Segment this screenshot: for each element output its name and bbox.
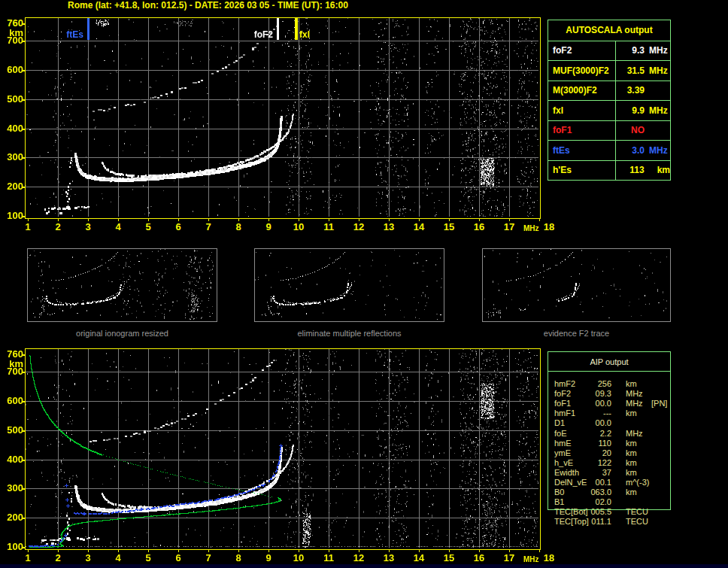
aip-param-value: 063.0 xyxy=(586,488,611,497)
y-tick-label: 600 xyxy=(1,65,23,74)
aip-param-value: 37 xyxy=(586,468,611,477)
autoscala-param-value: 3.39 xyxy=(616,81,670,100)
window-title: Rome (lat: +41.8, lon: 012.5) - DATE: 20… xyxy=(68,0,348,11)
marker-line-ftes xyxy=(87,18,89,40)
aip-param-value: 09.3 xyxy=(586,389,611,398)
x-tick xyxy=(28,219,29,221)
x-tick-label: 1 xyxy=(18,552,38,563)
aip-row-b0: B0063.0km xyxy=(548,488,676,497)
x-tick-label: 3 xyxy=(78,221,98,232)
top-ionogram-canvas xyxy=(26,18,538,217)
x-tick-label: 3 xyxy=(78,552,98,563)
y-tick xyxy=(22,372,25,373)
aip-param-unit: km xyxy=(626,458,637,467)
x-axis-unit-label: MHz xyxy=(523,555,539,563)
autoscala-value-unit: MHz xyxy=(649,105,668,116)
aip-param-value: 256 xyxy=(586,379,611,388)
thumbnail-eliminate-canvas xyxy=(255,249,442,320)
autoscala-param-value: 113km xyxy=(616,161,670,180)
x-tick xyxy=(88,550,89,552)
aip-param-label: hmE xyxy=(554,439,572,448)
y-tick-label: 200 xyxy=(1,513,23,522)
autoscala-row-fof1: foF1NO xyxy=(548,121,670,141)
aip-row-hme: hmE110km xyxy=(548,439,676,448)
x-tick xyxy=(299,219,299,221)
aip-param-label: hmF2 xyxy=(554,379,575,388)
aip-row-tecbot: TEC[Bot]005.5TECU xyxy=(548,507,676,517)
aip-param-label: B1 xyxy=(554,497,564,506)
autoscala-param-value: 9.9MHz xyxy=(616,101,670,120)
y-tick xyxy=(22,401,25,402)
aip-param-value: 005.5 xyxy=(586,507,611,516)
x-tick xyxy=(359,550,359,552)
aip-param-unit: km xyxy=(626,439,637,448)
x-tick-label: 11 xyxy=(319,221,338,232)
autoscala-param-value: 3.0MHz xyxy=(616,141,670,159)
autoscala-app-window: { "title": "Rome (lat: +41.8, lon: 012.5… xyxy=(0,0,728,568)
x-tick-label: 2 xyxy=(48,221,68,232)
y-tick xyxy=(22,99,25,101)
y-tick-label: 300 xyxy=(1,153,23,162)
x-tick-label: 13 xyxy=(379,221,399,232)
x-tick-label: 16 xyxy=(469,221,489,232)
aip-param-label: TEC[Bot] xyxy=(554,507,588,516)
marker-label-ftes: ftEs xyxy=(50,29,83,40)
x-tick xyxy=(539,219,540,221)
x-tick xyxy=(238,219,239,221)
x-tick xyxy=(28,550,29,552)
thumbnail-eliminate-caption: eliminate multiple reflections xyxy=(254,329,444,338)
y-tick-label: 700 xyxy=(1,36,23,45)
y-tick xyxy=(22,488,25,490)
aip-row-yme: ymE20km xyxy=(548,448,676,458)
y-tick-label: 100 xyxy=(1,211,23,220)
x-tick xyxy=(208,550,209,552)
y-tick xyxy=(22,23,25,25)
aip-row-delnve: DelN_vE00.1m^(-3) xyxy=(548,478,676,488)
aip-param-unit: MHz xyxy=(626,429,643,438)
x-tick xyxy=(449,550,450,552)
y-tick-label: 500 xyxy=(1,426,23,435)
y-tick xyxy=(22,187,25,188)
x-tick-label: 15 xyxy=(439,552,459,563)
y-tick-label: 300 xyxy=(1,484,23,493)
y-tick xyxy=(22,157,25,159)
marker-label-fof2: foF2 xyxy=(240,29,273,40)
y-tick xyxy=(22,129,25,130)
y-tick-label: 400 xyxy=(1,124,23,133)
x-tick-label: 17 xyxy=(499,552,519,563)
x-tick xyxy=(268,219,269,221)
aip-param-value: 122 xyxy=(586,458,611,467)
aip-row-fof2: foF209.3MHz xyxy=(548,389,676,399)
x-tick xyxy=(539,550,540,552)
autoscala-param-label: fxI xyxy=(548,101,616,120)
x-tick-label: 11 xyxy=(319,552,338,563)
autoscala-value-unit: MHz xyxy=(649,65,668,76)
autoscala-value-number: 9.9 xyxy=(622,105,645,116)
y-tick xyxy=(22,354,25,356)
aip-param-unit: km xyxy=(626,379,637,388)
autoscala-value-number: 3.0 xyxy=(622,145,645,156)
x-tick xyxy=(148,550,149,552)
aip-param-value: 011.1 xyxy=(586,517,611,526)
y-tick xyxy=(22,518,25,519)
y-tick xyxy=(22,430,25,432)
y-tick xyxy=(22,70,25,71)
y-tick-label: 100 xyxy=(1,542,23,551)
x-tick xyxy=(118,219,119,221)
x-tick-label: 8 xyxy=(229,552,248,563)
autoscala-param-value: NO xyxy=(616,121,670,140)
aip-row-hmf1: hmF1---km xyxy=(548,409,676,418)
aip-param-value: 2.2 xyxy=(586,429,611,438)
marker-line-fof2 xyxy=(277,18,279,40)
autoscala-param-label: foF1 xyxy=(548,121,616,140)
x-tick-label: 1 xyxy=(18,221,38,232)
x-tick xyxy=(238,550,239,552)
aip-param-unit: km xyxy=(626,409,637,418)
aip-param-label: TEC[Top] xyxy=(554,517,589,526)
autoscala-param-value: 31.5MHz xyxy=(616,61,670,80)
x-tick xyxy=(449,219,450,221)
x-tick-label: 7 xyxy=(199,552,218,563)
x-tick xyxy=(389,219,390,221)
aip-param-unit: km xyxy=(626,448,637,457)
x-tick-label: 5 xyxy=(138,552,158,563)
